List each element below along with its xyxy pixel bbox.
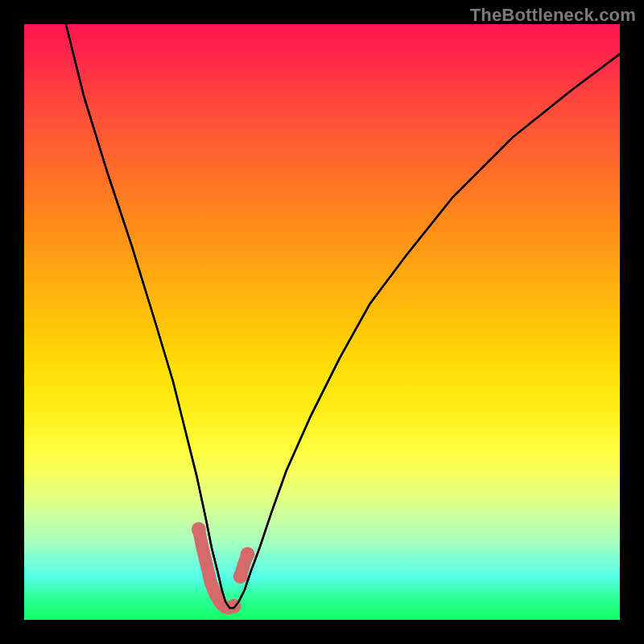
watermark-text: TheBottleneck.com [470, 5, 636, 26]
plot-area [24, 24, 620, 620]
chart-frame: TheBottleneck.com [0, 0, 644, 644]
curve-canvas [24, 24, 620, 620]
